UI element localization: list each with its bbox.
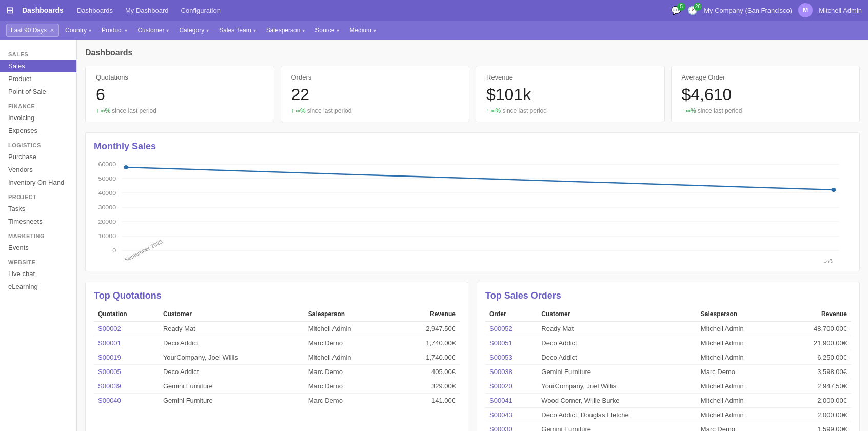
trend-text: ∞%: [296, 107, 306, 114]
sidebar-item-expenses[interactable]: Expenses: [0, 124, 76, 137]
sidebar-item-invoicing[interactable]: Invoicing: [0, 111, 76, 124]
quotation-revenue: 1,740.00€: [393, 350, 460, 365]
sidebar-section-logistics: LOGISTICS: [0, 137, 76, 150]
sidebar-item-sales[interactable]: Sales: [0, 60, 76, 72]
sidebar-item-events[interactable]: Events: [0, 241, 76, 254]
quotation-id[interactable]: S00040: [94, 394, 159, 408]
quotation-id[interactable]: S00019: [94, 350, 159, 365]
filter-country[interactable]: Country ▾: [61, 24, 95, 37]
filter-last90days-remove[interactable]: ✕: [50, 27, 54, 34]
quotation-id[interactable]: S00005: [94, 365, 159, 379]
quotation-salesperson: Marc Demo: [304, 336, 393, 350]
sidebar-item-vendors[interactable]: Vendors: [0, 163, 76, 176]
order-customer: Deco Addict: [537, 350, 697, 365]
quotation-id[interactable]: S00039: [94, 379, 159, 394]
order-id[interactable]: S00051: [485, 336, 537, 350]
table-row: S00030 Gemini Furniture Marc Demo 1,599.…: [485, 422, 851, 432]
order-id[interactable]: S00038: [485, 365, 537, 379]
trend-since: since last period: [502, 107, 547, 114]
sidebar-item-tasks[interactable]: Tasks: [0, 202, 76, 215]
svg-text:October 2023: October 2023: [800, 258, 834, 263]
filter-product[interactable]: Product ▾: [97, 24, 131, 37]
filter-source-label: Source: [315, 27, 334, 34]
chevron-down-icon: ▾: [89, 28, 91, 33]
trend-since: since last period: [698, 107, 742, 114]
trend-since: since last period: [112, 107, 156, 114]
trend-text: ∞%: [686, 107, 696, 114]
filter-source[interactable]: Source ▾: [311, 24, 343, 37]
filter-last90days[interactable]: Last 90 Days ✕: [6, 24, 59, 37]
user-name[interactable]: Mitchell Admin: [819, 7, 862, 14]
kpi-orders-trend: ↑ ∞% since last period: [291, 107, 459, 114]
nav-dashboards[interactable]: Dashboards: [72, 5, 118, 16]
grid-icon[interactable]: ⊞: [6, 5, 14, 16]
col-salesperson: Salesperson: [697, 307, 782, 321]
col-customer: Customer: [159, 307, 304, 321]
sidebar-item-timesheets[interactable]: Timesheets: [0, 215, 76, 228]
order-customer: Ready Mat: [537, 321, 697, 336]
breadcrumb: Dashboards: [85, 48, 860, 57]
order-id[interactable]: S00043: [485, 408, 537, 422]
svg-text:50000: 50000: [98, 175, 116, 182]
order-id[interactable]: S00052: [485, 321, 537, 336]
order-salesperson: Mitchell Admin: [697, 336, 782, 350]
quotation-id[interactable]: S00001: [94, 336, 159, 350]
kpi-quotations-label: Quotations: [96, 73, 264, 81]
svg-text:40000: 40000: [98, 190, 116, 196]
quotation-customer: YourCompany, Joel Willis: [159, 350, 304, 365]
chevron-down-icon: ▾: [206, 28, 209, 33]
order-customer: YourCompany, Joel Willis: [537, 379, 697, 394]
order-id[interactable]: S00053: [485, 350, 537, 365]
clock-count: 26: [694, 3, 702, 11]
sidebar-item-elearning[interactable]: eLearning: [0, 280, 76, 293]
filter-salesperson[interactable]: Salesperson ▾: [262, 24, 309, 37]
table-row: S00051 Deco Addict Mitchell Admin 21,900…: [485, 336, 851, 350]
avatar[interactable]: M: [798, 3, 813, 17]
svg-text:10000: 10000: [98, 233, 116, 239]
top-sales-orders-table: Order Customer Salesperson Revenue S0005…: [485, 307, 851, 431]
clock-icon-badge[interactable]: 🕐 26: [687, 6, 698, 15]
sidebar-item-point-of-sale[interactable]: Point of Sale: [0, 85, 76, 98]
sidebar-item-inventory-on-hand[interactable]: Inventory On Hand: [0, 176, 76, 189]
sidebar-item-purchase[interactable]: Purchase: [0, 150, 76, 163]
kpi-revenue-trend: ↑ ∞% since last period: [486, 107, 654, 114]
kpi-avg-order: Average Order $4,610 ↑ ∞% since last per…: [671, 66, 860, 122]
kpi-revenue-label: Revenue: [486, 73, 654, 81]
filter-sales-team[interactable]: Sales Team ▾: [215, 24, 260, 37]
chat-icon-badge[interactable]: 💬 5: [671, 6, 681, 15]
kpi-orders: Orders 22 ↑ ∞% since last period: [281, 66, 470, 122]
filter-customer[interactable]: Customer ▾: [133, 24, 173, 37]
chart-svg: 60000 50000 40000 30000 20000 10000 0: [94, 160, 851, 263]
quotation-revenue: 405.00€: [393, 365, 460, 379]
filter-category-label: Category: [179, 27, 204, 34]
top-navigation: ⊞ Dashboards Dashboards My Dashboard Con…: [0, 0, 868, 21]
sidebar-item-live-chat[interactable]: Live chat: [0, 267, 76, 280]
main-layout: SALES Sales Product Point of Sale FINANC…: [0, 40, 868, 431]
col-quotation: Quotation: [94, 307, 159, 321]
top-sales-orders-section: Top Sales Orders Order Customer Salesper…: [477, 282, 860, 431]
svg-text:20000: 20000: [98, 219, 116, 225]
quotation-customer: Gemini Furniture: [159, 379, 304, 394]
order-revenue: 48,700.00€: [782, 321, 851, 336]
table-row: S00039 Gemini Furniture Marc Demo 329.00…: [94, 379, 460, 394]
filter-category[interactable]: Category ▾: [175, 24, 213, 37]
top-quotations-table: Quotation Customer Salesperson Revenue S…: [94, 307, 460, 407]
chart-start-dot: [124, 165, 128, 169]
nav-configuration[interactable]: Configuration: [176, 5, 226, 16]
quotation-revenue: 1,740.00€: [393, 336, 460, 350]
order-revenue: 2,000.00€: [782, 394, 851, 408]
quotation-customer: Ready Mat: [159, 321, 304, 336]
filter-medium[interactable]: Medium ▾: [345, 24, 380, 37]
order-id[interactable]: S00020: [485, 379, 537, 394]
sidebar-item-product[interactable]: Product: [0, 72, 76, 85]
order-revenue: 3,598.00€: [782, 365, 851, 379]
order-id[interactable]: S00030: [485, 422, 537, 432]
kpi-quotations-trend: ↑ ∞% since last period: [96, 107, 264, 114]
quotation-salesperson: Mitchell Admin: [304, 321, 393, 336]
kpi-quotations-value: 6: [96, 85, 264, 104]
quotation-id[interactable]: S00002: [94, 321, 159, 336]
nav-my-dashboard[interactable]: My Dashboard: [120, 5, 174, 16]
quotation-revenue: 141.00€: [393, 394, 460, 408]
order-id[interactable]: S00041: [485, 394, 537, 408]
kpi-row: Quotations 6 ↑ ∞% since last period Orde…: [85, 66, 860, 122]
